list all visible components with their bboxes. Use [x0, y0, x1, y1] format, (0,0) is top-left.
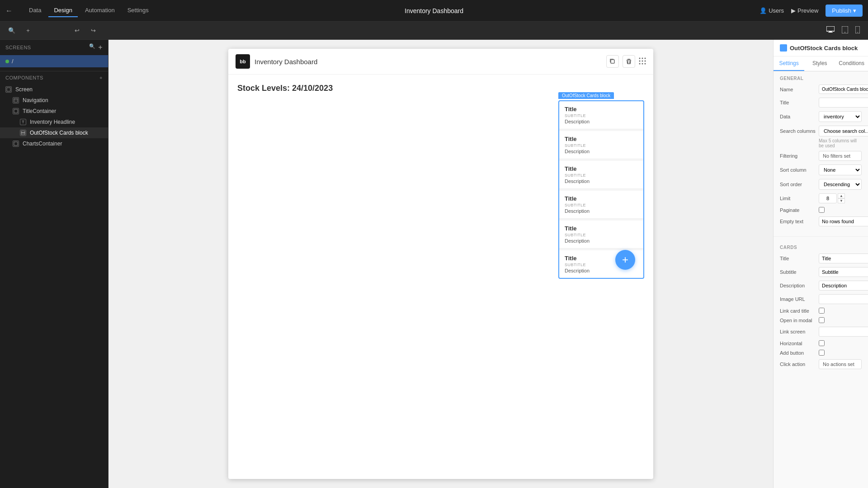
grid-dots-icon[interactable]	[639, 57, 646, 66]
svg-rect-1	[829, 31, 832, 32]
limit-up-button[interactable]: ▲	[838, 193, 845, 198]
component-inventory-headline[interactable]: T Inventory Headline	[0, 117, 108, 127]
preview-button[interactable]: ▶ Preview	[791, 7, 818, 14]
card-item-3[interactable]: Title SUBTITLE Description	[559, 161, 643, 189]
card-desc-2: Description	[565, 149, 638, 154]
delete-button[interactable]	[623, 55, 635, 68]
panel-header: OutOfStock Cards block	[774, 40, 868, 56]
add-button-checkbox[interactable]	[819, 350, 825, 356]
paginate-checkbox[interactable]	[819, 207, 825, 213]
app-header: bb Inventory Dashboard	[228, 49, 653, 75]
click-action-value[interactable]: No actions set	[819, 359, 862, 369]
card-title-wrapper: ⚡	[819, 253, 868, 263]
tab-styles-panel[interactable]: Styles	[804, 56, 835, 71]
svg-rect-14	[611, 60, 614, 63]
screen-comp-icon	[5, 86, 12, 93]
card-item-2[interactable]: Title SUBTITLE Description	[559, 131, 643, 159]
desktop-view-button[interactable]	[824, 24, 837, 37]
copy-button[interactable]	[606, 55, 619, 68]
svg-rect-11	[21, 131, 25, 133]
link-screen-label: Link screen	[780, 329, 816, 334]
card-title-2: Title	[565, 136, 638, 142]
add-component-icon[interactable]: +	[99, 75, 103, 80]
open-in-modal-checkbox[interactable]	[819, 317, 825, 323]
search-hint: Max 5 columns will be used	[780, 138, 862, 148]
chevron-down-icon: ▾	[853, 7, 856, 14]
card-title-label: Title	[780, 256, 816, 261]
name-field-label: Name	[780, 87, 816, 92]
redo-button[interactable]: ↪	[87, 24, 99, 37]
panel-tabs: Settings Styles Conditions	[774, 56, 868, 71]
users-button[interactable]: 👤 Users	[760, 7, 784, 14]
cards-block-wrapper[interactable]: OutOfStock Cards block Title SUBTITLE De…	[558, 100, 644, 279]
card-item-1[interactable]: Title SUBTITLE Description	[559, 101, 643, 129]
svg-point-16	[642, 57, 643, 59]
screen-item-root[interactable]: /	[0, 55, 108, 67]
card-item-5[interactable]: Title SUBTITLE Description	[559, 221, 643, 249]
component-screen[interactable]: Screen	[0, 84, 108, 95]
left-sidebar: Screens 🔍 + / Components + Screen	[0, 40, 108, 488]
image-url-input[interactable]	[819, 294, 868, 304]
svg-point-21	[639, 63, 641, 64]
title-field-wrapper: ⚡	[819, 98, 868, 108]
empty-text-input[interactable]	[819, 216, 868, 226]
add-screen-icon[interactable]: +	[98, 43, 103, 52]
open-in-modal-row: Open in modal	[780, 317, 862, 323]
data-row: Data inventory	[780, 111, 862, 122]
screens-section-header: Screens 🔍 +	[0, 40, 108, 55]
page-title: Inventory Dashboard	[405, 7, 463, 14]
tab-design[interactable]: Design	[48, 4, 77, 17]
screens-search-button[interactable]: 🔍	[5, 24, 18, 37]
tablet-view-button[interactable]	[839, 24, 851, 37]
component-charts-container[interactable]: ChartsContainer	[0, 138, 108, 149]
add-screen-button[interactable]: +	[22, 24, 34, 37]
click-action-row: Click action No actions set	[780, 359, 862, 369]
fab-add-button[interactable]: +	[615, 250, 635, 270]
horizontal-checkbox[interactable]	[819, 340, 825, 346]
tab-data[interactable]: Data	[24, 4, 47, 17]
undo-button[interactable]: ↩	[71, 24, 83, 37]
data-select[interactable]: inventory	[819, 111, 862, 122]
card-title-1: Title	[565, 106, 638, 113]
filtering-label: Filtering	[780, 153, 816, 159]
publish-button[interactable]: Publish ▾	[826, 5, 863, 17]
tab-conditions-panel[interactable]: Conditions	[835, 56, 868, 71]
card-title-input[interactable]	[819, 253, 868, 263]
sort-order-select[interactable]: Descending	[819, 179, 862, 190]
back-button[interactable]: ←	[5, 7, 13, 15]
limit-down-button[interactable]: ▼	[838, 198, 845, 203]
title-input[interactable]	[819, 98, 868, 108]
canvas: bb Inventory Dashboard Stock Levels: 24/…	[108, 40, 773, 488]
card-description-input[interactable]	[819, 281, 868, 291]
svg-point-22	[642, 63, 643, 64]
mobile-view-button[interactable]	[853, 24, 863, 37]
component-outofstock-cards[interactable]: OutOfStock Cards block	[0, 127, 108, 138]
image-url-wrapper: ⚡	[819, 294, 868, 304]
tab-settings-panel[interactable]: Settings	[774, 56, 804, 71]
card-subtitle-wrapper: ⚡	[819, 267, 868, 277]
link-screen-row: Link screen ⚡ ▾	[780, 327, 862, 337]
title-field-label: Title	[780, 100, 816, 105]
card-title-5: Title	[565, 225, 638, 232]
sort-column-select[interactable]: None	[819, 164, 862, 175]
tab-automation[interactable]: Automation	[80, 4, 120, 17]
screens-search-icon[interactable]: 🔍	[89, 43, 96, 52]
sort-column-row: Sort column None	[780, 164, 862, 175]
component-title-container[interactable]: TitleContainer	[0, 106, 108, 117]
link-card-title-checkbox[interactable]	[819, 308, 825, 314]
card-subtitle-input[interactable]	[819, 267, 868, 277]
sort-order-row: Sort order Descending	[780, 179, 862, 190]
filtering-value[interactable]: No filters set	[819, 151, 862, 161]
card-desc-1: Description	[565, 119, 638, 124]
app-frame-title: Inventory Dashboard	[255, 58, 317, 66]
device-switcher	[824, 24, 863, 37]
card-title-4: Title	[565, 195, 638, 202]
card-item-4[interactable]: Title SUBTITLE Description	[559, 191, 643, 219]
link-screen-input[interactable]	[819, 327, 868, 337]
limit-input[interactable]	[819, 193, 837, 203]
panel-header-title: OutOfStock Cards block	[790, 45, 858, 52]
component-navigation[interactable]: Navigation	[0, 95, 108, 106]
search-columns-select[interactable]: Choose search col...	[819, 126, 868, 136]
name-input[interactable]	[819, 84, 868, 94]
tab-settings[interactable]: Settings	[122, 4, 154, 17]
